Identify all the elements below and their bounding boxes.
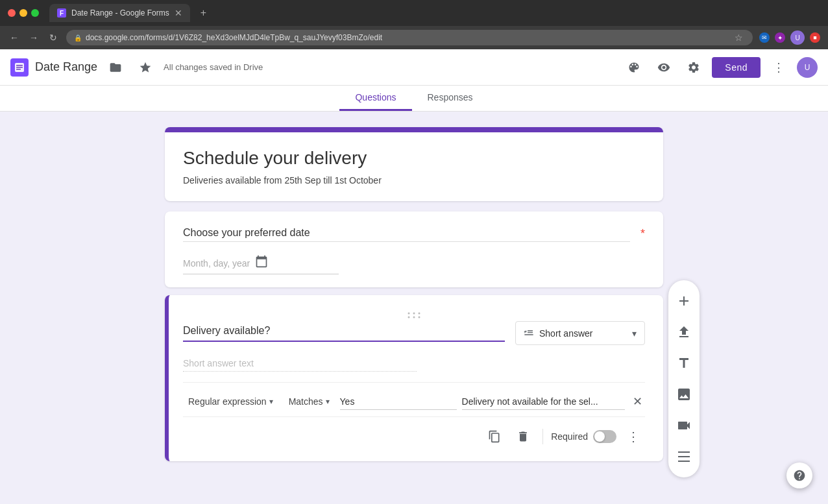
drag-handle[interactable] [183, 308, 645, 321]
add-section-button[interactable] [668, 441, 700, 472]
answer-type-selector[interactable]: Short answer ▾ [515, 321, 645, 345]
preview-button[interactable] [652, 56, 676, 79]
validation-row: Regular expression ▾ Matches ▾ Delivery … [183, 382, 645, 411]
user-avatar[interactable]: U [797, 57, 818, 78]
help-button[interactable] [786, 462, 812, 488]
form-description: Deliveries available from 25th Sep till … [183, 175, 645, 186]
required-label: Required [551, 431, 588, 442]
folder-button[interactable] [104, 56, 127, 79]
ssl-lock-icon: 🔒 [74, 34, 82, 42]
delete-button[interactable] [511, 425, 535, 448]
svg-rect-1 [16, 65, 23, 66]
toggle-thumb [594, 431, 605, 442]
url-text: docs.google.com/forms/d/1V6Z82_heXd3oelM… [86, 33, 728, 42]
red-extension-icon[interactable]: ■ [810, 32, 820, 43]
question-card-short-answer: Short answer ▾ Short answer text Regular… [165, 295, 663, 461]
save-status: All changes saved in Drive [164, 62, 263, 72]
customize-theme-button[interactable] [622, 56, 646, 79]
app-header: Date Range All changes saved in Drive Se… [0, 49, 828, 86]
profile-avatar[interactable]: U [790, 30, 805, 45]
form-title: Schedule your delivery [183, 148, 645, 169]
add-question-button[interactable] [668, 285, 700, 317]
email-extension-icon[interactable]: ✉ [759, 32, 770, 43]
tab-questions[interactable]: Questions [339, 86, 411, 111]
svg-rect-2 [16, 67, 23, 68]
svg-point-4 [408, 313, 410, 315]
address-bar[interactable]: 🔒 docs.google.com/forms/d/1V6Z82_heXd3oe… [66, 30, 753, 45]
refresh-button[interactable]: ↻ [47, 32, 60, 43]
answer-type-label: Short answer [539, 328, 627, 339]
minimize-window-button[interactable] [19, 9, 27, 17]
maximize-window-button[interactable] [31, 9, 39, 17]
star-button[interactable] [134, 56, 157, 79]
close-window-button[interactable] [8, 9, 16, 17]
new-tab-button[interactable]: + [201, 7, 206, 19]
svg-point-7 [408, 317, 410, 318]
short-answer-placeholder: Short answer text [183, 355, 417, 372]
question-header-row: * [183, 224, 645, 242]
svg-rect-3 [16, 69, 21, 70]
form-title-card: Schedule your delivery Deliveries availa… [165, 127, 663, 201]
app-logo [10, 58, 29, 77]
date-input-area[interactable]: Month, day, year [183, 252, 339, 274]
address-bar-row: ← → ↻ 🔒 docs.google.com/forms/d/1V6Z82_h… [0, 26, 828, 49]
validation-condition-dropdown[interactable]: Matches ▾ [284, 394, 335, 409]
browser-chrome: F Date Range - Google Forms ✕ + [0, 0, 828, 26]
validation-remove-button[interactable]: ✕ [630, 392, 645, 411]
divider [542, 429, 543, 444]
svg-point-8 [413, 317, 415, 318]
settings-button[interactable] [682, 56, 705, 79]
bookmark-icon[interactable]: ☆ [732, 32, 745, 43]
validation-type-arrow: ▾ [269, 397, 273, 406]
form-tabs: Questions Responses [0, 86, 828, 112]
app-title: Date Range [35, 60, 97, 74]
svg-point-5 [413, 313, 415, 315]
main-content: Schedule your delivery Deliveries availa… [0, 112, 828, 485]
form-editor: Schedule your delivery Deliveries availa… [165, 127, 663, 469]
calendar-icon [255, 255, 268, 271]
svg-point-6 [419, 313, 420, 315]
duplicate-button[interactable] [483, 425, 506, 448]
question-title-input[interactable] [183, 224, 630, 242]
sidebar-tools [668, 280, 700, 477]
validation-type-dropdown[interactable]: Regular expression ▾ [183, 394, 278, 409]
add-video-button[interactable] [668, 410, 700, 441]
header-more-button[interactable]: ⋮ [767, 56, 790, 79]
browser-extension-icons: ✉ ✦ U ■ [759, 30, 820, 45]
answer-type-icon [524, 327, 534, 339]
add-title-button[interactable] [668, 348, 700, 379]
traffic-lights [8, 9, 39, 17]
forward-button[interactable]: → [27, 32, 40, 43]
send-button[interactable]: Send [712, 57, 761, 78]
validation-condition-label: Matches [289, 396, 323, 407]
tab-responses[interactable]: Responses [412, 86, 489, 111]
footer-more-button[interactable]: ⋮ [622, 426, 645, 447]
back-button[interactable]: ← [8, 32, 21, 43]
puzzle-extension-icon[interactable]: ✦ [775, 32, 785, 43]
active-question-header: Short answer ▾ [183, 321, 645, 345]
validation-type-label: Regular expression [188, 396, 267, 407]
validation-error-message[interactable]: Delivery not available for the sel... [462, 394, 625, 410]
tab-title: Date Range - Google Forms [71, 8, 169, 18]
tab-favicon: F [57, 8, 66, 18]
question-card-date: * Month, day, year [165, 211, 663, 287]
validation-condition-arrow: ▾ [326, 397, 330, 406]
required-star: * [640, 227, 645, 241]
answer-type-dropdown-icon: ▾ [632, 328, 637, 339]
validation-value-input[interactable] [340, 394, 457, 410]
date-placeholder: Month, day, year [183, 258, 250, 269]
svg-point-9 [419, 317, 420, 318]
add-image-button[interactable] [668, 379, 700, 410]
card-footer: Required ⋮ [183, 416, 645, 448]
import-question-button[interactable] [668, 317, 700, 348]
tab-close-button[interactable]: ✕ [175, 8, 182, 18]
browser-tab[interactable]: F Date Range - Google Forms ✕ [49, 4, 190, 22]
required-toggle[interactable] [593, 430, 616, 443]
question-name-input[interactable] [183, 321, 505, 342]
